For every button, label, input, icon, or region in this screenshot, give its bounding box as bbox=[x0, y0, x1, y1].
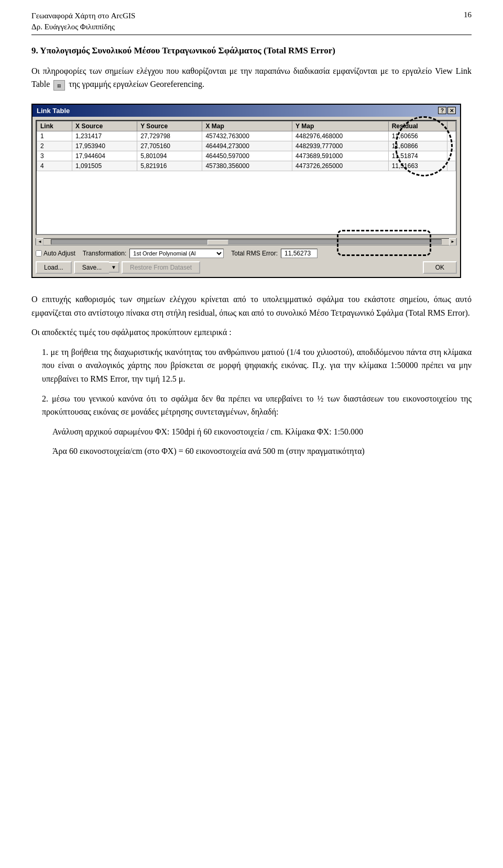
col-x-source: X Source bbox=[72, 121, 137, 131]
list-item-2: 2. μέσω του γενικού κανόνα ότι το σφάλμα… bbox=[42, 392, 472, 419]
table-container: Link X Source Y Source X Map Y Map Resid… bbox=[36, 120, 457, 235]
residual-cell: 11,60656 bbox=[388, 131, 447, 141]
residual-cell: 11,60866 bbox=[388, 141, 447, 151]
col-link: Link bbox=[37, 121, 72, 131]
col-x-map: X Map bbox=[202, 121, 292, 131]
page-number: 16 bbox=[464, 10, 472, 19]
para3: Οι αποδεκτές τιμές του σφάλματος προκύπτ… bbox=[31, 326, 472, 339]
intro-paragraph: Οι πληροφορίες των σημείων ελέγχου που κ… bbox=[31, 64, 472, 91]
restore-button[interactable]: Restore From Dataset bbox=[122, 261, 200, 274]
section-heading: 9. Υπολογισμός Συνολικού Μέσου Τετραγωνι… bbox=[31, 44, 472, 57]
col-y-source: Y Source bbox=[137, 121, 202, 131]
dialog-wrapper: Link Table ? ✕ Link X Source Y Source X … bbox=[31, 104, 472, 278]
table-row: 41,0915055,821916457380,3560004473726,26… bbox=[37, 161, 456, 171]
scroll-left-arrow[interactable]: ◄ bbox=[36, 238, 43, 246]
buttons-row: Load... Save... ▼ Restore From Dataset O… bbox=[36, 261, 457, 274]
buttons-left: Load... Save... ▼ Restore From Dataset bbox=[36, 261, 200, 274]
residual-cell: 11,51874 bbox=[388, 151, 447, 161]
auto-adjust-checkbox[interactable] bbox=[36, 250, 42, 257]
link-table-dialog: Link Table ? ✕ Link X Source Y Source X … bbox=[31, 104, 461, 278]
link-table: Link X Source Y Source X Map Y Map Resid… bbox=[37, 121, 456, 171]
help-button[interactable]: ? bbox=[438, 107, 446, 114]
table-row: 217,95394027,705160464494,2730004482939,… bbox=[37, 141, 456, 151]
save-dropdown-arrow[interactable]: ▼ bbox=[109, 262, 119, 273]
controls-row: Auto Adjust Transformation: 1st Order Po… bbox=[36, 249, 457, 258]
dialog-body: Link X Source Y Source X Map Y Map Resid… bbox=[32, 117, 460, 277]
sub-item-2: Άρα 60 εικονοστοιχεία/cm (στο ΦΧ) = 60 ε… bbox=[52, 444, 472, 458]
close-button[interactable]: ✕ bbox=[447, 107, 456, 114]
numbered-list: 1. με τη βοήθεια της διαχωριστικής ικανό… bbox=[42, 346, 472, 458]
delete-cell bbox=[447, 141, 456, 151]
delete-cell bbox=[447, 161, 456, 171]
titlebar-buttons: ? ✕ bbox=[438, 107, 456, 114]
list-item-1: 1. με τη βοήθεια της διαχωριστικής ικανό… bbox=[42, 346, 472, 386]
para2: Ο επιτυχής καθορισμός των σημείων ελέγχο… bbox=[31, 293, 472, 319]
scroll-right-arrow[interactable]: ► bbox=[449, 238, 456, 246]
col-residual: Residual bbox=[388, 121, 447, 131]
page-header: Γεωαναφορά Χάρτη στο ArcGIS Δρ. Ευάγγελο… bbox=[31, 10, 472, 35]
save-area: Save... ▼ bbox=[74, 261, 119, 274]
delete-cell bbox=[447, 131, 456, 141]
load-button[interactable]: Load... bbox=[36, 261, 72, 274]
residual-cell: 11,51663 bbox=[388, 161, 447, 171]
view-link-table-icon: ⊞ bbox=[53, 80, 65, 91]
table-empty-area bbox=[37, 171, 456, 234]
col-delete bbox=[447, 121, 456, 131]
auto-adjust-label[interactable]: Auto Adjust bbox=[36, 250, 75, 257]
table-header-row: Link X Source Y Source X Map Y Map Resid… bbox=[37, 121, 456, 131]
delete-cell bbox=[447, 151, 456, 161]
document-title: Γεωαναφορά Χάρτη στο ArcGIS Δρ. Ευάγγελο… bbox=[31, 10, 135, 32]
save-button[interactable]: Save... bbox=[74, 261, 109, 274]
sub-item-1: Ανάλυση αρχικού σαρωμένου ΦΧ: 150dpi ή 6… bbox=[52, 425, 472, 439]
scrollbar-track[interactable] bbox=[51, 239, 442, 244]
dialog-titlebar: Link Table ? ✕ bbox=[32, 105, 460, 117]
horizontal-scrollbar[interactable]: ◄ ► bbox=[36, 238, 457, 246]
table-row: 11,23141727,729798457432,7630004482976,4… bbox=[37, 131, 456, 141]
rms-value: 11,56273 bbox=[281, 249, 318, 258]
dialog-title: Link Table bbox=[37, 107, 70, 115]
col-y-map: Y Map bbox=[292, 121, 389, 131]
ok-button[interactable]: OK bbox=[423, 261, 457, 274]
table-row: 317,9446045,801094464450,5970004473689,5… bbox=[37, 151, 456, 161]
transformation-select[interactable]: 1st Order Polynomial (Al bbox=[129, 249, 224, 258]
scrollbar-thumb[interactable] bbox=[207, 240, 228, 245]
